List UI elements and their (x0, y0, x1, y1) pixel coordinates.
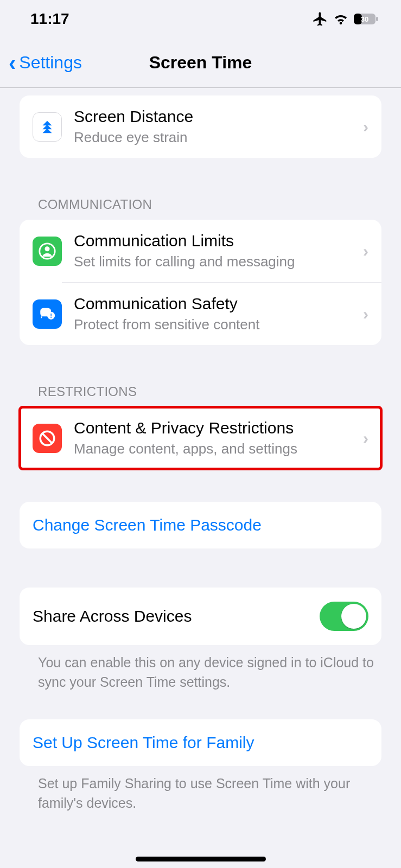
status-icons: 30 (312, 11, 379, 27)
row-share-devices[interactable]: Share Across Devices (20, 588, 381, 645)
family-footer: Set up Family Sharing to use Screen Time… (0, 766, 401, 813)
person-circle-icon (33, 237, 62, 266)
group-header-restrictions: RESTRICTIONS (0, 384, 401, 407)
group-family: Set Up Screen Time for Family (20, 719, 381, 766)
row-title: Communication Limits (74, 232, 351, 250)
row-title: Content & Privacy Restrictions (74, 419, 351, 437)
row-title: Screen Distance (74, 107, 351, 126)
chevron-right-icon: › (363, 305, 368, 323)
chevron-right-icon: › (363, 242, 368, 260)
row-communication-limits[interactable]: Communication Limits Set limits for call… (20, 220, 381, 282)
share-devices-toggle[interactable] (320, 602, 368, 631)
group-share-devices: Share Across Devices (20, 588, 381, 645)
chat-alert-icon: ! (33, 299, 62, 329)
link-label: Set Up Screen Time for Family (33, 733, 254, 752)
row-title: Share Across Devices (33, 607, 192, 626)
status-bar: 11:17 30 (0, 0, 401, 38)
chevron-right-icon: › (363, 429, 368, 448)
row-screen-distance[interactable]: Screen Distance Reduce eye strain › (20, 95, 381, 158)
status-time: 11:17 (30, 10, 69, 28)
group-communication: Communication Limits Set limits for call… (20, 220, 381, 345)
nav-bar: ‹ Settings Screen Time (0, 38, 401, 88)
wifi-icon (333, 12, 349, 25)
row-sub: Set limits for calling and messaging (74, 253, 351, 270)
no-entry-icon (33, 424, 62, 453)
row-communication-safety[interactable]: ! Communication Safety Protect from sens… (20, 283, 381, 345)
chevron-right-icon: › (363, 118, 368, 136)
group-header-communication: COMMUNICATION (0, 197, 401, 220)
airplane-mode-icon (312, 11, 328, 27)
battery-icon: 30 (353, 12, 379, 25)
screen-distance-icon (33, 112, 62, 142)
row-sub: Protect from sensitive content (74, 316, 351, 333)
svg-text:30: 30 (361, 15, 368, 23)
group-screen-distance: Screen Distance Reduce eye strain › (20, 95, 381, 158)
chevron-left-icon: ‹ (9, 52, 16, 74)
row-content-privacy[interactable]: Content & Privacy Restrictions Manage co… (20, 407, 381, 469)
group-passcode: Change Screen Time Passcode (20, 502, 381, 548)
row-sub: Reduce eye strain (74, 129, 351, 146)
back-label: Settings (19, 53, 82, 73)
back-button[interactable]: ‹ Settings (9, 52, 82, 74)
svg-line-10 (43, 433, 52, 443)
row-change-passcode[interactable]: Change Screen Time Passcode (20, 502, 381, 548)
share-devices-footer: You can enable this on any device signed… (0, 645, 401, 692)
svg-point-5 (44, 246, 49, 251)
group-restrictions: Content & Privacy Restrictions Manage co… (20, 407, 381, 469)
home-indicator[interactable] (136, 857, 266, 861)
svg-text:!: ! (50, 312, 52, 319)
row-title: Communication Safety (74, 295, 351, 313)
link-label: Change Screen Time Passcode (33, 516, 262, 534)
svg-rect-2 (376, 17, 378, 21)
row-family-setup[interactable]: Set Up Screen Time for Family (20, 719, 381, 766)
page-title: Screen Time (149, 53, 252, 73)
row-sub: Manage content, apps, and settings (74, 441, 351, 457)
